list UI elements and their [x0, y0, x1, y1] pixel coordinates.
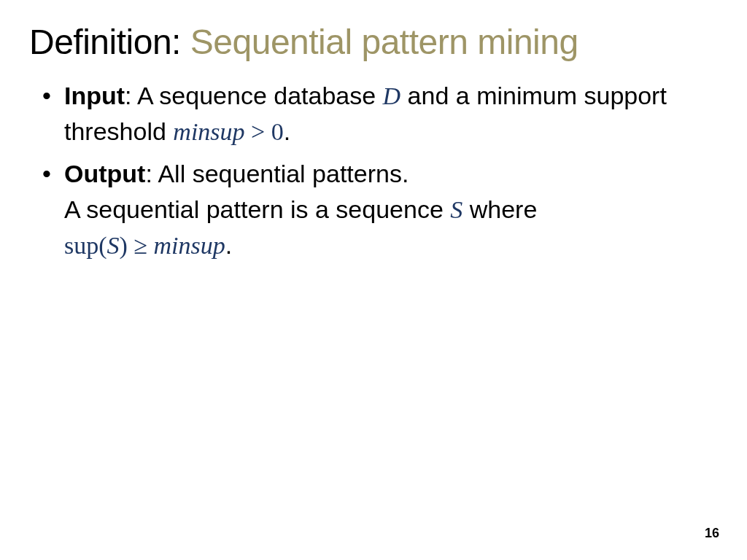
input-var-minsup: minsup — [173, 118, 244, 145]
output-func-sup: sup — [64, 232, 98, 259]
title-main: Sequential pattern mining — [181, 23, 578, 61]
output-paren-open: ( — [98, 232, 107, 259]
output-text-1: : All sequential patterns. — [145, 160, 409, 187]
slide-content: Input: A sequence database D and a minim… — [29, 78, 718, 263]
output-rhs-minsup: minsup — [154, 232, 225, 259]
output-line2-a: A sequential pattern is a sequence — [64, 195, 450, 223]
page-number: 16 — [705, 526, 719, 541]
output-text-after: . — [225, 231, 232, 259]
output-var-s: S — [450, 196, 462, 223]
input-text-3: . — [284, 117, 290, 145]
output-arg-s: S — [107, 232, 120, 259]
bullet-input: Input: A sequence database D and a minim… — [34, 78, 718, 150]
input-text-1: : A sequence database — [125, 82, 383, 109]
slide: Definition: Sequential pattern mining In… — [0, 0, 747, 560]
input-var-d: D — [383, 82, 401, 109]
input-label: Input — [64, 82, 125, 109]
title-prefix: Definition: — [29, 23, 181, 61]
output-line2-b: where — [462, 195, 537, 223]
output-op-geq: ≥ — [128, 232, 154, 259]
output-paren-close: ) — [120, 232, 128, 259]
slide-title: Definition: Sequential pattern mining — [29, 22, 718, 62]
output-label: Output — [64, 160, 145, 187]
input-op-gt: > — [245, 118, 271, 145]
bullet-output: Output: All sequential patterns. A seque… — [34, 156, 718, 264]
bullet-list: Input: A sequence database D and a minim… — [34, 78, 718, 263]
input-num-zero: 0 — [271, 118, 284, 145]
